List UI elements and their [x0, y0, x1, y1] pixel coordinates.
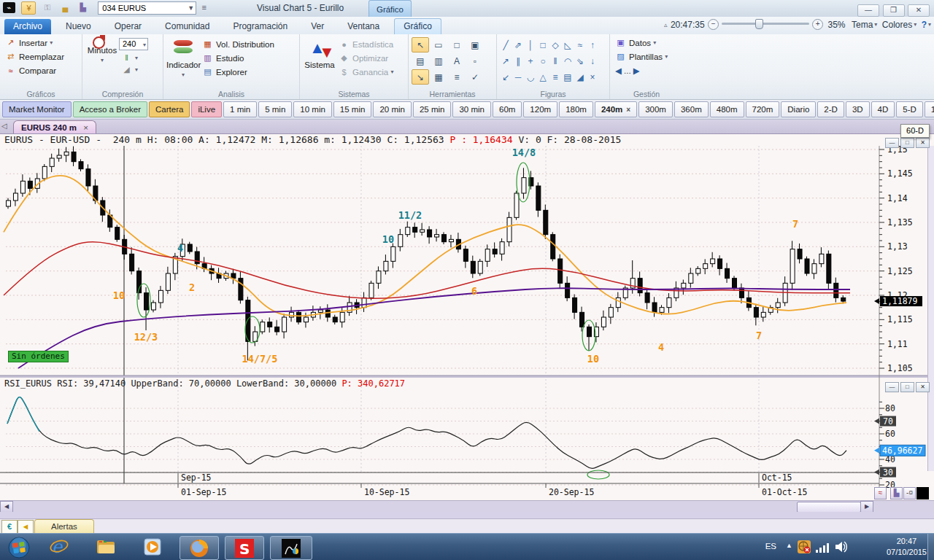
zoom-slider[interactable] — [722, 23, 809, 25]
panel-button-acceso-a-broker[interactable]: Acceso a Broker — [73, 101, 147, 117]
timeframe-3D[interactable]: 3D — [846, 101, 870, 117]
help-button[interactable]: ? — [922, 20, 927, 30]
figure-4-icon[interactable]: ◇ — [549, 37, 561, 52]
tool-10-icon[interactable]: ≡ — [448, 69, 466, 85]
qat-customize-icon[interactable]: ≡ — [201, 1, 208, 13]
figure-19-icon[interactable]: △ — [537, 69, 549, 85]
chart-canvas[interactable]: 14/811/210410212/314/7/56104771,151,1451… — [0, 145, 934, 500]
show-desktop-button[interactable] — [927, 534, 934, 560]
rsi-maximize-icon[interactable]: □ — [900, 382, 914, 392]
figure-2-icon[interactable]: │ — [525, 37, 536, 52]
tool-9-icon[interactable]: ▦ — [430, 69, 447, 85]
figure-23-icon[interactable]: × — [587, 69, 598, 85]
tema-dropdown-icon[interactable]: ▾ — [874, 21, 877, 28]
tool-7-icon[interactable]: ▫ — [466, 53, 484, 69]
key-icon[interactable]: ⚿ — [41, 1, 54, 13]
volume-icon[interactable] — [835, 541, 848, 553]
corner-indicator-icon[interactable]: ≈ — [874, 487, 887, 499]
save-icon[interactable]: ▙ — [77, 1, 90, 13]
figure-11-icon[interactable]: ○ — [537, 53, 549, 69]
timeframe-25min[interactable]: 25 min — [413, 101, 452, 117]
collapse-ribbon-icon[interactable]: ▵ — [664, 21, 668, 28]
app-icon[interactable]: ⌁ — [3, 2, 15, 13]
minimize-button[interactable]: — — [857, 4, 879, 17]
tema-menu[interactable]: Tema — [852, 20, 873, 30]
close-button[interactable]: ✕ — [908, 4, 930, 17]
chart-document-tab[interactable]: EURUS 240 m × — [13, 120, 96, 134]
language-indicator[interactable]: ES — [765, 542, 776, 551]
menu-tab-comunidad[interactable]: Comunidad — [156, 19, 218, 34]
combo-dropdown-icon[interactable]: ▼ — [188, 2, 194, 14]
scrollbar-thumb[interactable] — [797, 502, 861, 513]
timeframe-60m[interactable]: 60m — [493, 101, 522, 117]
pane-close-icon[interactable]: ✕ — [916, 138, 930, 148]
timeframe-15min[interactable]: 15 min — [333, 101, 372, 117]
explorer-button[interactable]: ▤Explorer — [200, 65, 277, 79]
restore-button[interactable]: ❐ — [883, 4, 905, 17]
optimizar-button[interactable]: ◆Optimizar — [336, 51, 395, 65]
tool-1-icon[interactable]: ▭ — [430, 37, 447, 52]
tab-close-icon[interactable]: × — [83, 123, 88, 132]
datos-button[interactable]: ▣Datos ▾ — [613, 36, 680, 50]
panel-button-ilive[interactable]: iLive — [191, 101, 222, 117]
datos-dropdown-icon[interactable]: ▾ — [653, 39, 656, 46]
tool-4-icon[interactable]: ▤ — [412, 53, 429, 69]
figure-13-icon[interactable]: ◠ — [562, 53, 574, 69]
visual-chart-taskbar-button[interactable] — [270, 536, 312, 560]
tab-scroll-left-icon[interactable]: ◁ — [1, 122, 7, 130]
colores-dropdown-icon[interactable]: ▾ — [914, 21, 916, 28]
template-prev-icon[interactable]: ◀ — [615, 66, 622, 76]
signal-bars-icon[interactable] — [816, 542, 829, 553]
plantillas-button[interactable]: ▨Plantillas ▾ — [613, 50, 680, 63]
compression-value-combo[interactable]: 240▾ — [119, 38, 148, 50]
timeframe-10min[interactable]: 10 min — [293, 101, 332, 117]
s-app-taskbar-button[interactable]: S — [225, 536, 264, 560]
timeframe-2-D[interactable]: 2-D — [817, 101, 844, 117]
zoom-out-button[interactable]: − — [708, 19, 719, 30]
timeframe-20min[interactable]: 20 min — [373, 101, 412, 117]
chart-style-button[interactable]: ◢▾ — [119, 63, 148, 75]
tool-6-icon[interactable]: A — [448, 53, 466, 69]
internet-explorer-icon[interactable]: e — [42, 536, 76, 559]
figure-12-icon[interactable]: ‖ — [549, 53, 561, 69]
corner-pin-icon[interactable]: -¤ — [903, 487, 916, 499]
alert-horn-icon[interactable]: ◄ — [18, 520, 34, 534]
rsi-minimize-icon[interactable]: — — [885, 382, 899, 392]
figure-6-icon[interactable]: ≈ — [574, 37, 586, 52]
network-error-icon[interactable] — [797, 540, 811, 554]
timeframe-1min[interactable]: 1 min — [223, 101, 257, 117]
figure-22-icon[interactable]: ◢ — [574, 69, 586, 85]
estadistica-button[interactable]: ●Estadística — [336, 37, 395, 51]
timeframe-120m[interactable]: 120m — [523, 101, 557, 117]
indicador-dropdown-icon[interactable]: ▾ — [182, 71, 185, 78]
tool-11-icon[interactable]: ✓ — [466, 69, 484, 85]
insertar-dropdown-icon[interactable]: ▾ — [50, 39, 53, 46]
figure-16-icon[interactable]: ↙ — [500, 69, 512, 85]
minutos-dropdown-icon[interactable]: ▾ — [101, 57, 104, 63]
figure-7-icon[interactable]: ↑ — [587, 37, 598, 52]
timeframe-480m[interactable]: 480m — [710, 101, 744, 117]
estudio-button[interactable]: ▥Estudio — [200, 51, 277, 65]
tool-0-icon[interactable]: ↖ — [412, 37, 429, 52]
timeframe-5-D[interactable]: 5-D — [896, 101, 923, 117]
euro-page-icon[interactable]: € — [1, 520, 18, 534]
alertas-tab[interactable]: Alertas — [34, 519, 94, 534]
start-button[interactable] — [4, 536, 34, 559]
panel-button-cartera[interactable]: Cartera — [149, 101, 190, 117]
taskbar-clock[interactable]: 20:47 07/10/2015 — [887, 536, 927, 558]
figure-0-icon[interactable]: ╱ — [500, 37, 512, 52]
figure-8-icon[interactable]: ↗ — [500, 53, 512, 69]
horizontal-scrollbar[interactable]: ◀ ▶ — [0, 500, 934, 513]
figure-18-icon[interactable]: ◡ — [525, 69, 536, 85]
tool-5-icon[interactable]: ▥ — [430, 53, 447, 69]
timeframe-300m[interactable]: 300m — [638, 101, 673, 117]
figure-15-icon[interactable]: ↓ — [587, 53, 598, 69]
vertical-scrollbar[interactable] — [927, 146, 934, 471]
vol-distribution-button[interactable]: ▦Vol. Distribution — [200, 37, 277, 51]
menu-tab-archivo[interactable]: Archivo — [4, 19, 51, 34]
corner-black-icon[interactable] — [916, 487, 929, 499]
timeframe-Diario[interactable]: Diario — [781, 101, 816, 117]
rsi-close-icon[interactable]: ✕ — [916, 382, 930, 392]
figure-5-icon[interactable]: ◺ — [562, 37, 574, 52]
timeframe-240m[interactable]: 240m× — [595, 101, 637, 117]
